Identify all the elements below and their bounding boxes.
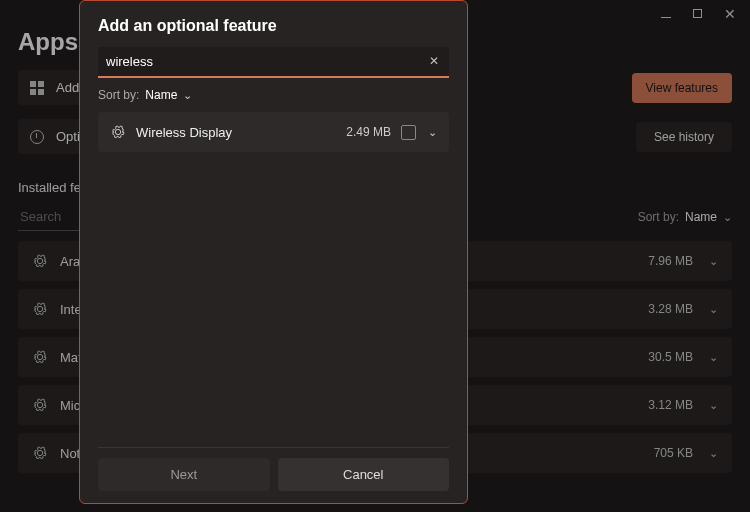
gear-icon bbox=[110, 124, 126, 140]
dialog-title: Add an optional feature bbox=[98, 17, 449, 35]
add-feature-dialog: Add an optional feature ✕ Sort by: Name … bbox=[79, 0, 468, 504]
chevron-down-icon: ⌄ bbox=[183, 89, 192, 102]
chevron-down-icon[interactable]: ⌄ bbox=[428, 126, 437, 139]
dialog-result-item[interactable]: Wireless Display 2.49 MB ⌄ bbox=[98, 112, 449, 152]
result-name: Wireless Display bbox=[136, 125, 346, 140]
result-size: 2.49 MB bbox=[346, 125, 391, 139]
dialog-sort-value: Name bbox=[145, 88, 177, 102]
result-checkbox[interactable] bbox=[401, 125, 416, 140]
dialog-divider bbox=[98, 447, 449, 448]
dialog-sort-label: Sort by: bbox=[98, 88, 139, 102]
clear-search-icon[interactable]: ✕ bbox=[425, 52, 443, 70]
cancel-button[interactable]: Cancel bbox=[278, 458, 450, 491]
next-button[interactable]: Next bbox=[98, 458, 270, 491]
dialog-sort[interactable]: Sort by: Name ⌄ bbox=[98, 88, 449, 102]
dialog-search-input[interactable] bbox=[98, 47, 449, 78]
